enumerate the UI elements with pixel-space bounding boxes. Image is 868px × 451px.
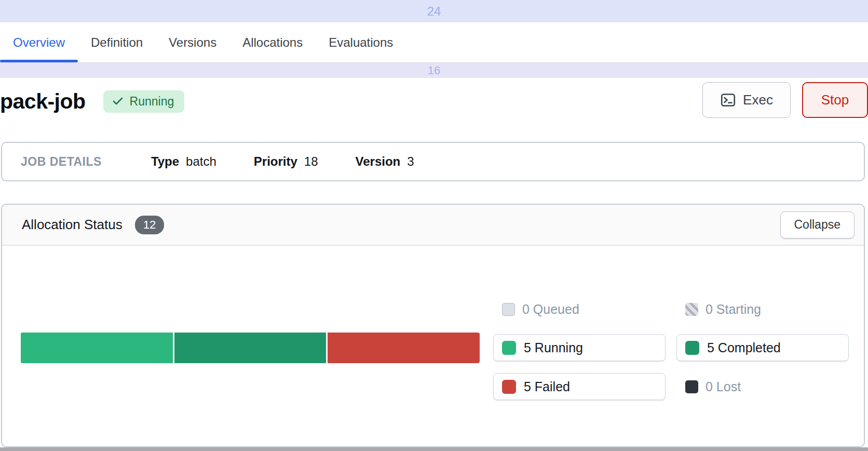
spacing-overlay-24: 24 xyxy=(0,0,868,22)
tab-definition[interactable]: Definition xyxy=(78,22,156,62)
legend-item-label: 5 Completed xyxy=(707,340,781,355)
failed-swatch-icon xyxy=(502,380,516,394)
job-details-panel: JOB DETAILS TypebatchPriority18Version3 xyxy=(1,142,865,181)
job-detail-value: 18 xyxy=(304,154,318,169)
allocation-status-panel: Allocation Status 12 Collapse 0 Queued0 … xyxy=(1,204,865,447)
collapse-button[interactable]: Collapse xyxy=(780,211,855,238)
legend-item-label: 0 Starting xyxy=(706,302,761,317)
allocation-count-badge: 12 xyxy=(135,216,164,234)
legend-row: 5 Running5 Completed xyxy=(493,334,849,361)
stop-button-label: Stop xyxy=(821,92,849,108)
legend-item-failed[interactable]: 5 Failed xyxy=(493,373,666,400)
stop-button[interactable]: Stop xyxy=(802,82,868,118)
job-detail-priority: Priority18 xyxy=(254,154,318,169)
starting-swatch-icon xyxy=(685,303,698,316)
allocation-status-header: Allocation Status 12 Collapse xyxy=(2,205,864,246)
bar-segment-running[interactable] xyxy=(21,333,173,363)
bottom-strip xyxy=(0,447,868,451)
job-detail-label: Type xyxy=(151,154,179,169)
job-detail-value: batch xyxy=(186,154,216,169)
legend-item-lost: 0 Lost xyxy=(676,373,849,400)
tab-allocations[interactable]: Allocations xyxy=(229,22,316,62)
allocation-status-title: Allocation Status xyxy=(22,217,123,233)
legend-item-label: 5 Running xyxy=(524,340,583,355)
legend-item-starting: 0 Starting xyxy=(676,302,849,316)
legend-item-queued: 0 Queued xyxy=(493,302,666,316)
job-detail-label: Version xyxy=(356,154,401,169)
check-icon xyxy=(112,95,124,108)
legend-item-label: 0 Lost xyxy=(706,379,741,394)
legend-item-completed[interactable]: 5 Completed xyxy=(676,334,849,361)
legend-row: 0 Queued0 Starting xyxy=(493,302,849,316)
bar-segment-completed[interactable] xyxy=(174,333,327,363)
legend-row: 5 Failed0 Lost xyxy=(493,373,849,400)
job-detail-label: Priority xyxy=(254,154,297,169)
tab-versions[interactable]: Versions xyxy=(156,22,229,62)
status-badge-label: Running xyxy=(130,95,174,109)
bar-segment-failed[interactable] xyxy=(328,333,480,363)
completed-swatch-icon xyxy=(685,341,699,355)
legend-item-label: 0 Queued xyxy=(522,302,579,317)
spacing-overlay-16: 16 xyxy=(0,62,868,78)
status-badge: Running xyxy=(103,90,185,113)
legend-item-label: 5 Failed xyxy=(524,379,570,394)
page-title: pack-job xyxy=(0,89,86,114)
job-detail-type: Typebatch xyxy=(151,154,216,169)
exec-button-label: Exec xyxy=(743,92,773,108)
job-details-fields: TypebatchPriority18Version3 xyxy=(102,154,414,169)
job-detail-version: Version3 xyxy=(356,154,414,169)
legend-item-running[interactable]: 5 Running xyxy=(493,334,666,361)
allocation-legend: 0 Queued0 Starting5 Running5 Completed5 … xyxy=(493,302,849,412)
exec-button[interactable]: Exec xyxy=(702,82,791,118)
job-details-section-label: JOB DETAILS xyxy=(21,155,102,169)
terminal-icon xyxy=(720,92,736,108)
job-detail-value: 3 xyxy=(407,154,414,169)
tab-evaluations[interactable]: Evaluations xyxy=(316,22,406,62)
running-swatch-icon xyxy=(502,341,516,355)
queued-swatch-icon xyxy=(502,303,515,316)
allocation-bar xyxy=(21,333,480,363)
tab-bar: OverviewDefinitionVersionsAllocationsEva… xyxy=(0,22,868,62)
tab-overview[interactable]: Overview xyxy=(0,22,78,62)
lost-swatch-icon xyxy=(685,380,698,393)
allocation-status-body: 0 Queued0 Starting5 Running5 Completed5 … xyxy=(2,246,864,446)
